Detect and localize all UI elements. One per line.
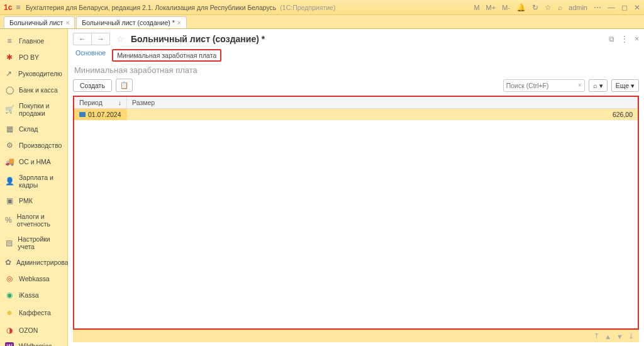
- sidebar-item-settings[interactable]: ▤Настройки учета: [0, 232, 67, 254]
- sidebar-item-webkassa[interactable]: ◎Webkassa: [0, 271, 67, 287]
- user-label[interactable]: admin: [569, 4, 587, 11]
- cell-size: 626,00: [127, 109, 638, 120]
- webkassa-icon: ◎: [5, 274, 14, 283]
- favorite-icon[interactable]: ☆: [116, 34, 125, 44]
- memory-m[interactable]: M: [474, 4, 479, 11]
- clear-search-icon[interactable]: ×: [578, 82, 582, 89]
- close-icon[interactable]: ×: [177, 20, 181, 26]
- create-button[interactable]: Создать: [73, 79, 112, 92]
- doc-tab-1[interactable]: Больничный лист (создание) * ×: [76, 16, 186, 28]
- nav-up-icon[interactable]: ▲: [604, 333, 611, 340]
- nav-back-forward: ← →: [73, 33, 110, 45]
- table-navigator: ⤒ ▲ ▼ ⤓: [73, 330, 639, 342]
- settings-icon[interactable]: ⋯: [594, 3, 601, 12]
- nav-down-icon[interactable]: ▼: [616, 333, 623, 340]
- app-title: Бухгалтерия для Беларуси, редакция 2.1. …: [26, 4, 276, 11]
- sidebar-item-label: Webkassa: [19, 275, 50, 282]
- subtabs: Основное Минимальная заработная плата: [73, 48, 639, 65]
- table-row[interactable]: 01.07.2024 626,00: [74, 109, 638, 120]
- titlebar-right: M M+ M- 🔔 ↻ ☆ ⌕ admin ⋯ — ◻ ✕: [474, 3, 640, 12]
- table-header: Период ↓ Размер: [74, 97, 638, 109]
- sidebar-item-label: OZON: [19, 326, 38, 334]
- sidebar-item-label: Склад: [19, 125, 38, 133]
- sidebar-item-label: Настройки учета: [18, 235, 62, 250]
- cart-icon: 🛒: [5, 105, 14, 114]
- sidebar-item-rmk[interactable]: ▣РМК: [0, 193, 67, 209]
- col-period[interactable]: Период ↓: [74, 97, 127, 108]
- sidebar-item-taxes[interactable]: %Налоги и отчетность: [0, 209, 67, 232]
- col-period-label: Период: [79, 99, 103, 106]
- copy-button[interactable]: 📋: [116, 79, 133, 92]
- back-button[interactable]: ←: [74, 33, 91, 45]
- hamburger-icon[interactable]: ≡: [16, 3, 21, 12]
- sidebar-item-label: Wildberries: [19, 342, 52, 346]
- subtab-main[interactable]: Основное: [75, 49, 106, 62]
- memory-mplus[interactable]: M+: [486, 4, 496, 11]
- doc-tab-label: Больничный лист (создание) *: [82, 19, 174, 26]
- sidebar-item-ozon[interactable]: ◑OZON: [0, 322, 67, 338]
- sidebar-item-wb[interactable]: WWildberries: [0, 338, 67, 346]
- ozon-icon: ◑: [5, 326, 14, 335]
- nav-first-icon[interactable]: ⤒: [594, 332, 599, 340]
- sidebar-item-production[interactable]: ⚙Производство: [0, 137, 67, 153]
- more-label: Еще: [616, 82, 629, 89]
- sidebar-item-label: РМК: [19, 197, 33, 204]
- sidebar-item-bank[interactable]: ◯Банк и касса: [0, 82, 67, 98]
- app-logo: 1c: [4, 3, 12, 12]
- sidebar-item-label: Производство: [19, 142, 62, 149]
- flower-icon: ✿: [5, 258, 11, 267]
- sidebar-item-poby[interactable]: ✱PO BY: [0, 49, 67, 65]
- chart-icon: ↗: [5, 69, 13, 78]
- forward-button[interactable]: →: [91, 33, 109, 45]
- sidebar-item-label: Руководителю: [18, 70, 62, 77]
- sidebar-item-kaffesta[interactable]: ●Каффеста: [0, 303, 67, 322]
- close-page-icon[interactable]: ×: [635, 35, 639, 43]
- sidebar-item-assets[interactable]: 🚚ОС и НМА: [0, 153, 67, 170]
- document-tab-row: Больничный лист × Больничный лист (созда…: [0, 15, 644, 29]
- sidebar-item-sales[interactable]: 🛒Покупки и продажи: [0, 98, 67, 121]
- maximize-icon[interactable]: ◻: [621, 3, 628, 12]
- sidebar-item-label: Каффеста: [19, 309, 51, 316]
- grid-icon: ▦: [5, 125, 14, 133]
- star-icon: ✱: [5, 53, 14, 62]
- page-title: Больничный лист (создание) *: [131, 34, 265, 44]
- min-wage-table: Период ↓ Размер 01.07.2024 626,00: [73, 96, 639, 330]
- open-new-window-icon[interactable]: ⧉: [609, 35, 614, 43]
- percent-icon: %: [5, 216, 12, 225]
- wb-icon: W: [5, 342, 14, 346]
- minimize-icon[interactable]: —: [608, 3, 615, 12]
- sidebar-item-ikassa[interactable]: ◉iKassa: [0, 287, 67, 303]
- more-button[interactable]: Еще▾: [611, 79, 639, 92]
- search-input[interactable]: [506, 82, 569, 89]
- chevron-down-icon: ▾: [631, 82, 635, 89]
- search-icon: ⌕: [593, 82, 597, 89]
- sidebar-item-main[interactable]: ≡Главное: [0, 33, 67, 49]
- bell-icon[interactable]: 🔔: [516, 3, 526, 12]
- sidebar-item-salary[interactable]: 👤Зарплата и кадры: [0, 170, 67, 193]
- close-icon[interactable]: ✕: [634, 3, 640, 12]
- close-icon[interactable]: ×: [65, 20, 69, 26]
- doc-tab-0[interactable]: Больничный лист ×: [4, 16, 75, 28]
- chevron-down-icon: ▾: [599, 82, 603, 89]
- search-dropdown[interactable]: ⌕▾: [589, 79, 608, 92]
- memory-mminus[interactable]: M-: [502, 4, 510, 11]
- sidebar-item-manager[interactable]: ↗Руководителю: [0, 65, 67, 82]
- title-bar: 1c ≡ Бухгалтерия для Беларуси, редакция …: [0, 0, 644, 15]
- pos-icon: ▣: [5, 196, 14, 205]
- gear-icon: ⚙: [5, 141, 14, 150]
- history-icon[interactable]: ↻: [532, 3, 538, 12]
- sidebar-item-label: Банк и касса: [19, 86, 58, 94]
- star-icon[interactable]: ☆: [545, 3, 552, 12]
- kebab-icon[interactable]: ⋮: [621, 35, 628, 43]
- subtab-minwage[interactable]: Минимальная заработная плата: [112, 49, 221, 62]
- sidebar-item-admin[interactable]: ✿Администрирование: [0, 254, 67, 271]
- search-icon[interactable]: ⌕: [558, 3, 562, 12]
- search-box[interactable]: ×: [503, 79, 585, 92]
- sidebar-item-stock[interactable]: ▦Склад: [0, 121, 67, 137]
- sidebar-item-label: Зарплата и кадры: [19, 174, 62, 189]
- nav-last-icon[interactable]: ⤓: [628, 332, 634, 340]
- sidebar-item-label: ОС и НМА: [19, 158, 51, 165]
- sidebar-item-label: PO BY: [19, 53, 39, 61]
- truck-icon: 🚚: [5, 157, 14, 166]
- col-size[interactable]: Размер: [127, 97, 638, 108]
